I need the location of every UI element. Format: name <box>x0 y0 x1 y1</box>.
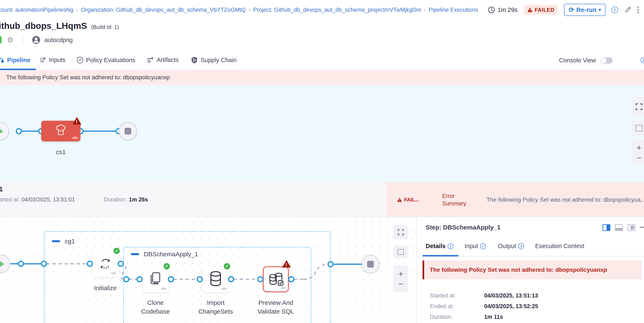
tab-artifacts[interactable]: Artifacts <box>147 57 179 63</box>
multi-select-button[interactable] <box>393 245 408 258</box>
pipeline-execution-page: count: automationPipelinesNg › Organizat… <box>0 0 644 323</box>
warning-icon <box>527 7 533 12</box>
group-dbschemaapply-header: DBSchemaApply_1 <box>131 251 198 258</box>
info-icon[interactable]: i <box>518 243 524 249</box>
info-icon[interactable]: i <box>480 243 486 249</box>
tab-policy-evaluations[interactable]: Policy Evaluations <box>77 57 135 64</box>
detail-row-duration: Duration: 1m 11s <box>430 314 538 320</box>
rerun-button[interactable]: ⟳ Re-run ▾ <box>564 4 606 16</box>
group-cg1-label[interactable]: cg1 <box>65 238 75 245</box>
collapse-group-icon[interactable] <box>131 253 139 255</box>
trigger-user: autocdpng <box>44 37 72 44</box>
stage-graph-canvas[interactable]: </> </> ! cs1 + − <box>0 85 644 182</box>
breadcrumb: count: automationPipelinesNg › Organizat… <box>0 7 478 13</box>
breadcrumb-project[interactable]: Project: Github_db_devops_aut_db_schema_… <box>253 7 421 13</box>
duration-label: Duration: <box>104 196 127 203</box>
console-info-icon[interactable]: i <box>641 57 644 63</box>
tab-supply-chain[interactable]: Supply Chain <box>191 57 237 64</box>
user-avatar-icon <box>32 36 40 44</box>
duration-value: 1m 26s <box>129 196 148 203</box>
custom-stage-icon: </> <box>55 125 67 136</box>
console-view-label: Console View <box>559 57 596 64</box>
selection-box-icon <box>636 125 642 132</box>
policy-shield-icon <box>77 57 83 64</box>
step-label-clone-codebase[interactable]: Clone Codebase <box>128 298 183 316</box>
minimize-panel-icon[interactable] <box>640 227 644 228</box>
initialize-sync-icon <box>99 257 112 270</box>
zoom-controls[interactable]: + − <box>393 265 408 292</box>
layout-split-bottom-icon[interactable] <box>615 224 623 231</box>
tab-output[interactable]: Outputi <box>498 243 524 250</box>
status-badge: FAILED <box>524 5 558 15</box>
step-failed-warning-icon: ! <box>282 260 291 267</box>
play-icon <box>0 127 3 136</box>
zoom-out-icon[interactable]: − <box>398 281 403 287</box>
fullscreen-icon <box>398 229 404 235</box>
database-validate-icon <box>269 272 283 287</box>
fullscreen-icon <box>636 103 642 110</box>
stage-info-bar: 1 arted at: 04/03/2025, 13:51:01 Duratio… <box>0 182 644 217</box>
execution-graph-canvas[interactable]: cg1 DBSchemaApply_1 <box>0 217 416 323</box>
step-error-message: The following Policy Set was not adhered… <box>422 260 642 279</box>
multi-select-button[interactable] <box>632 119 644 137</box>
group-cg1-header: cg1 <box>52 238 75 245</box>
detail-row-started: Started at: 04/03/2025, 13:51:13 <box>430 292 538 299</box>
stage-label[interactable]: cs1 <box>41 149 80 156</box>
step-label-preview-validate-sql[interactable]: Preview And Validate SQL <box>249 298 303 316</box>
tab-pipeline[interactable]: Pipeline <box>0 57 30 64</box>
execution-start-node <box>0 255 10 273</box>
zoom-out-icon[interactable]: − <box>636 155 641 161</box>
layout-split-right-icon[interactable] <box>602 224 610 231</box>
step-card-import-changesets[interactable]: </> <box>203 266 228 292</box>
code-badge: </> <box>281 286 286 290</box>
error-summary-label: Error Summary <box>442 192 474 207</box>
fullscreen-button[interactable] <box>632 97 644 116</box>
console-view-toggle[interactable] <box>600 57 613 64</box>
tab-input[interactable]: Inputi <box>464 243 486 250</box>
info-icon[interactable]: i <box>448 243 454 249</box>
breadcrumb-organization[interactable]: Organization: Github_db_devops_aut_db_sc… <box>81 7 246 13</box>
pipeline-icon <box>0 57 4 64</box>
chevron-right-icon: › <box>248 7 250 13</box>
more-options-icon[interactable] <box>637 5 639 15</box>
started-at-value: 04/03/2025, 13:51:01 <box>22 196 75 203</box>
active-tab-underline <box>422 255 458 256</box>
divider <box>23 35 24 45</box>
layout-floating-icon[interactable] <box>628 224 636 231</box>
group-dbschemaapply-label[interactable]: DBSchemaApply_1 <box>144 251 198 258</box>
collapse-group-icon[interactable] <box>52 240 60 242</box>
edit-pencil-icon[interactable] <box>624 6 632 14</box>
stage-failed-warning-icon: ! <box>72 117 81 125</box>
breadcrumb-account[interactable]: count: automationPipelinesNg <box>0 7 73 13</box>
build-id: (Build Id: 1) <box>91 24 119 30</box>
page-title: ithub_dbops_LHqmS <box>0 21 87 31</box>
step-card-preview-validate-sql[interactable]: </> <box>263 266 289 292</box>
tab-inputs[interactable]: Inputs <box>39 57 66 63</box>
code-badge: </> <box>111 271 116 275</box>
step-card-initialize[interactable]: </> <box>92 251 118 277</box>
policy-violation-banner: The following Policy Set was not adhered… <box>0 70 644 85</box>
started-at-label: arted at: <box>0 196 20 203</box>
detail-row-ended: Ended at: 04/03/2025, 13:52:25 <box>430 303 538 309</box>
code-badge: </> <box>221 287 226 291</box>
tab-details[interactable]: Detailsi <box>426 243 454 250</box>
breadcrumb-pipeline-executions[interactable]: Pipeline Executions <box>429 7 478 13</box>
step-label-initialize[interactable]: Initialize <box>80 284 130 292</box>
info-icon[interactable]: i <box>612 7 618 13</box>
stage-node-cs1[interactable]: </> </> ! <box>41 121 80 141</box>
stage-error-summary: FAIL... Error Summary The following Poli… <box>386 183 644 217</box>
zoom-in-icon[interactable]: + <box>398 271 403 277</box>
chevron-right-icon: › <box>76 7 78 13</box>
step-success-icon: ✓ <box>223 262 231 270</box>
zoom-controls[interactable]: + − <box>632 140 644 166</box>
tab-execution-context[interactable]: Execution Context <box>535 243 584 250</box>
execution-duration: 1m 29s <box>488 6 517 14</box>
fullscreen-button[interactable] <box>393 225 408 239</box>
database-icon <box>209 271 222 286</box>
settings-gear-icon[interactable]: ⚙ <box>7 36 13 44</box>
artifacts-icon <box>147 57 154 63</box>
step-label-import-changesets[interactable]: Import ChangeSets <box>188 298 243 316</box>
zoom-in-icon[interactable]: + <box>636 145 641 151</box>
stop-icon <box>124 128 131 135</box>
step-card-clone-codebase[interactable]: </> <box>142 266 168 292</box>
